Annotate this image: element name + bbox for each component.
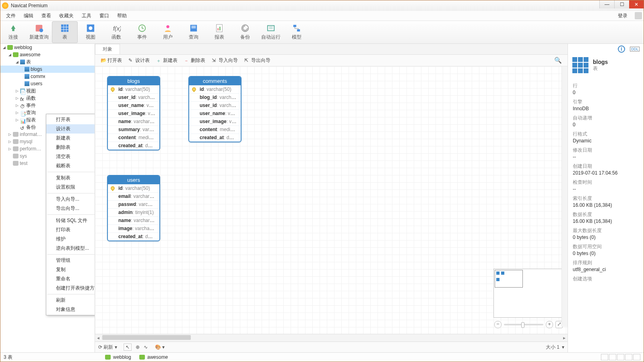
tab-objects[interactable]: 对象 — [95, 44, 120, 54]
toolbar-function[interactable]: f(x)函数 — [103, 21, 129, 43]
scroll-left-icon[interactable]: ◂ — [95, 334, 101, 341]
tree-table-group[interactable]: ◢表 — [0, 58, 95, 66]
btn-import-wizard[interactable]: ⇲导入向导 — [208, 56, 241, 65]
zoom-in-button[interactable]: + — [546, 321, 553, 328]
toolbar-table[interactable]: 表 — [52, 21, 78, 43]
ctx--[interactable]: 删除表 — [46, 143, 95, 152]
scrollbar-thumb[interactable] — [102, 335, 191, 340]
minimap[interactable] — [493, 269, 563, 318]
toolbar-model[interactable]: 模型 — [284, 21, 310, 43]
tool-link-icon[interactable]: ∿ — [144, 344, 148, 350]
toolbar-connect[interactable]: 连接 — [0, 21, 26, 43]
ctx--SQL-[interactable]: 转储 SQL 文件 — [46, 216, 95, 225]
close-button[interactable]: ✕ — [629, 0, 644, 8]
ctx--[interactable]: 打开表 — [46, 115, 95, 124]
btn-delete-table[interactable]: －删除表 — [181, 56, 208, 65]
maximize-button[interactable]: ☐ — [614, 0, 629, 8]
connection-icon — [105, 355, 111, 360]
tree-events[interactable]: ▷⏱事件 — [0, 102, 95, 109]
ctx--[interactable]: 刷新 — [46, 296, 95, 305]
color-picker-icon[interactable]: 🎨 ▾ — [155, 344, 165, 350]
view-mode-split-icon[interactable] — [633, 354, 640, 360]
er-table-users[interactable]: usersid: varchar(50)email: varchar(50)pa… — [107, 175, 160, 241]
svg-rect-2 — [61, 25, 68, 32]
view-mode-list-icon[interactable] — [601, 354, 608, 360]
horizontal-scrollbar[interactable]: ◂ ▸ — [95, 334, 568, 341]
ctx--[interactable]: 重命名 — [46, 274, 95, 284]
toolbar-automation[interactable]: 自动运行 — [258, 21, 284, 43]
er-table-comments[interactable]: commentsid: varchar(50)blog_id: varchar(… — [188, 76, 242, 142]
zoom-dropdown-icon[interactable]: ▾ — [562, 344, 564, 350]
view-mode-er-icon[interactable] — [625, 354, 632, 360]
ctx--[interactable]: 逆向表到模型... — [46, 244, 95, 253]
object-tree[interactable]: ◢webblog ◢awesome ◢表 blogs comments user… — [0, 44, 95, 352]
zoom-slider[interactable] — [504, 324, 543, 325]
btn-open-table[interactable]: 📂打开表 — [97, 56, 125, 65]
avatar-icon[interactable] — [635, 12, 642, 19]
prop-value: Dynamic — [573, 138, 639, 144]
tool-pointer-icon[interactable]: ↖ — [124, 343, 132, 351]
toolbar-new-query[interactable]: 新建查询 — [26, 21, 52, 43]
menu-tools[interactable]: 工具 — [78, 11, 95, 21]
btn-export-wizard[interactable]: ⇱导出向导 — [241, 56, 274, 65]
menu-favorites[interactable]: 收藏夹 — [55, 11, 78, 21]
tree-connection[interactable]: ◢webblog — [0, 44, 95, 51]
ctx--[interactable]: 清空表 — [46, 152, 95, 161]
menu-file[interactable]: 文件 — [2, 11, 20, 21]
ctx--[interactable]: 复制表 — [46, 173, 95, 183]
ctx--[interactable]: 新建表 — [46, 134, 95, 143]
login-link[interactable]: 登录 — [614, 11, 632, 21]
btn-design-table[interactable]: ✎设计表 — [125, 56, 153, 65]
ddl-icon[interactable]: DDL — [630, 47, 640, 51]
ctx--[interactable]: 对象信息 — [46, 305, 95, 314]
tree-table-users[interactable]: users — [0, 80, 95, 87]
ctx--[interactable]: 截断表 — [46, 161, 95, 171]
svg-point-11 — [166, 25, 169, 28]
minimize-button[interactable]: — — [599, 0, 614, 8]
toolbar-report[interactable]: 报表 — [206, 21, 232, 43]
er-canvas[interactable]: blogsid: varchar(50)user_id: varchar(5..… — [95, 66, 568, 334]
ctx--[interactable]: 创建打开表快捷方式... — [46, 284, 95, 293]
toolbar-event[interactable]: 事件 — [129, 21, 155, 43]
menu-view[interactable]: 查看 — [37, 11, 55, 21]
minimap-object-icon — [501, 272, 504, 275]
ctx--[interactable]: 管理组 — [46, 256, 95, 265]
er-table-blogs[interactable]: blogsid: varchar(50)user_id: varchar(5..… — [107, 76, 160, 150]
info-panel: i DDL blogs 表 行0引擎InnoDB自动递增0行格式Dynamic修… — [568, 44, 644, 352]
tool-hand-icon[interactable]: ⊕ — [136, 344, 140, 350]
minimap-object-icon — [496, 272, 500, 275]
info-icon[interactable]: i — [618, 45, 625, 53]
ctx--[interactable]: 导出向导... — [46, 204, 95, 213]
prop-value: -- — [573, 186, 639, 192]
ctx--[interactable]: 打印表 — [46, 225, 95, 234]
tree-views[interactable]: ▷📄视图 — [0, 87, 95, 95]
tree-table-blogs[interactable]: blogs — [0, 66, 95, 73]
refresh-button[interactable]: ⟳ 刷新 ▾ — [98, 344, 117, 351]
vertical-scrollbar[interactable] — [561, 66, 568, 327]
toolbar-backup[interactable]: 备份 — [232, 21, 258, 43]
toolbar-view[interactable]: 视图 — [78, 21, 103, 43]
menu-help[interactable]: 帮助 — [113, 11, 131, 21]
toolbar-user[interactable]: 用户 — [155, 21, 181, 43]
toolbar-query[interactable]: 查询 — [181, 21, 206, 43]
prop-key: 修改日期 — [573, 147, 639, 154]
tree-database[interactable]: ◢awesome — [0, 51, 95, 58]
ctx--[interactable]: 设计表 — [46, 124, 95, 134]
zoom-out-button[interactable]: − — [494, 321, 502, 328]
btn-new-table[interactable]: ＋新建表 — [153, 56, 181, 65]
prop-key: 行格式 — [573, 131, 639, 138]
view-mode-detail-icon[interactable] — [609, 354, 616, 360]
tree-table-comments[interactable]: comments — [0, 73, 95, 80]
ctx--[interactable]: 复制 — [46, 265, 95, 274]
search-icon[interactable]: 🔍 — [554, 57, 565, 64]
menu-window[interactable]: 窗口 — [95, 11, 113, 21]
menu-edit[interactable]: 编辑 — [20, 11, 37, 21]
scroll-right-icon[interactable]: ▸ — [561, 334, 568, 341]
ctx--[interactable]: 设置权限 — [46, 183, 95, 192]
ctx--[interactable]: 维护 — [46, 234, 95, 244]
svg-rect-20 — [293, 25, 296, 27]
ctx--[interactable]: 导入向导... — [46, 195, 95, 204]
view-mode-grid-icon[interactable] — [617, 354, 624, 360]
prop-value: 16.00 KB (16,384) — [573, 202, 639, 208]
tree-functions[interactable]: ▷fx函数 — [0, 95, 95, 102]
